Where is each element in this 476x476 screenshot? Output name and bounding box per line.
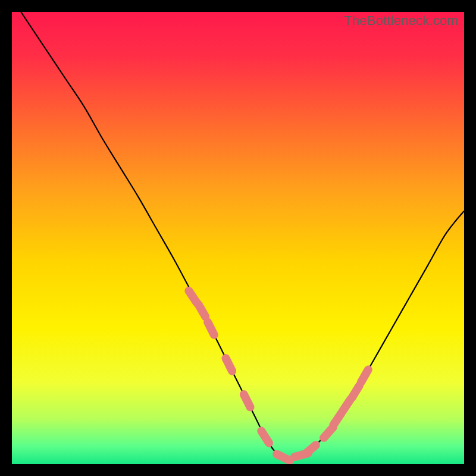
- chart-frame: TheBottleneck.com: [12, 12, 464, 464]
- marker-capsule: [277, 454, 289, 461]
- marker-capsule: [244, 394, 250, 407]
- marker-capsule: [208, 322, 214, 334]
- bottleneck-chart: [12, 12, 464, 464]
- watermark-text: TheBottleneck.com: [344, 13, 458, 29]
- plot-background: [12, 12, 464, 464]
- marker-capsule: [226, 358, 232, 371]
